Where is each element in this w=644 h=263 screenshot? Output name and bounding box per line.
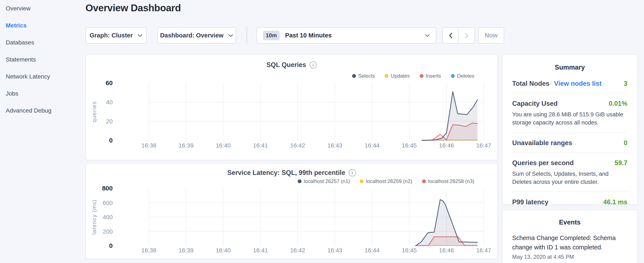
summary-row: P99 latency46.1 ms — [512, 191, 628, 211]
svg-text:800: 800 — [102, 185, 113, 192]
svg-text:16:40: 16:40 — [216, 142, 231, 149]
summary-row-line: Queries per second59.7 — [512, 159, 628, 167]
svg-text:16:38: 16:38 — [142, 247, 156, 254]
sidebar-item-jobs[interactable]: Jobs — [0, 85, 85, 102]
summary-row-label: P99 latency — [512, 198, 548, 206]
events-panel: Events Schema Change Completed: Schema c… — [502, 210, 638, 263]
summary-row: Unavailable ranges0 — [512, 132, 628, 152]
svg-text:16:43: 16:43 — [328, 247, 342, 254]
svg-text:16:46: 16:46 — [439, 247, 454, 254]
svg-text:16:42: 16:42 — [290, 247, 305, 254]
summary-row: Queries per second59.7Sum of Selects, Up… — [512, 152, 628, 192]
graph-dropdown[interactable]: Graph: Cluster — [86, 27, 147, 44]
sidebar-item-databases[interactable]: Databases — [0, 34, 85, 51]
svg-text:16:43: 16:43 — [328, 142, 342, 149]
sql-queries-chart: 16:3816:3916:4016:4116:4216:4316:4416:45… — [86, 55, 497, 160]
svg-text:16:41: 16:41 — [253, 247, 268, 254]
summary-row-line: Capacity Used0.01% — [512, 100, 628, 107]
svg-text:0: 0 — [109, 137, 113, 144]
chevron-left-icon — [448, 32, 454, 39]
time-range-label: Past 10 Minutes — [285, 32, 332, 39]
summary-row-value: 0 — [624, 139, 628, 147]
svg-text:200: 200 — [103, 228, 113, 235]
svg-text:16:47: 16:47 — [476, 247, 491, 254]
time-prev-button[interactable] — [443, 28, 458, 43]
svg-text:16:39: 16:39 — [178, 142, 194, 149]
svg-text:16:41: 16:41 — [253, 142, 268, 149]
svg-text:0: 0 — [109, 242, 113, 249]
chevron-down-icon — [138, 34, 143, 37]
svg-text:queries: queries — [91, 101, 98, 122]
svg-text:16:42: 16:42 — [290, 142, 305, 149]
svg-text:600: 600 — [103, 200, 113, 206]
summary-row-description: You are using 28.6 MiB of 515.9 GiB usab… — [512, 110, 628, 127]
time-next-button[interactable] — [458, 28, 474, 43]
sidebar-nav: OverviewMetricsDatabasesStatementsNetwor… — [0, 0, 85, 119]
event-text: Schema Change Completed: Schema change w… — [512, 233, 628, 252]
events-list: Schema Change Completed: Schema change w… — [512, 233, 628, 260]
summary-row-value: 3 — [624, 80, 628, 87]
svg-text:16:46: 16:46 — [439, 142, 454, 149]
time-range-badge: 10m — [263, 31, 280, 40]
svg-text:16:47: 16:47 — [476, 142, 491, 149]
graph-dropdown-label: Graph: Cluster — [90, 32, 133, 39]
sidebar-item-advanced-debug[interactable]: Advanced Debug — [0, 102, 85, 119]
sql-queries-panel: SQL Queries i SelectsUpdatesInsertsDelet… — [86, 54, 498, 160]
summary-row-line: Total NodesView nodes list3 — [512, 80, 628, 87]
svg-text:40: 40 — [106, 99, 113, 106]
svg-text:60: 60 — [106, 79, 113, 86]
summary-row-line: P99 latency46.1 ms — [512, 198, 628, 206]
summary-row-value: 0.01% — [609, 100, 628, 107]
svg-text:16:39: 16:39 — [178, 247, 194, 254]
svg-text:16:44: 16:44 — [365, 142, 380, 149]
time-step-buttons — [442, 27, 475, 44]
summary-row: Total NodesView nodes list3 — [512, 73, 628, 93]
summary-row-label: Capacity Used — [512, 100, 558, 107]
svg-text:16:45: 16:45 — [402, 247, 417, 254]
summary-row-line: Unavailable ranges0 — [512, 139, 628, 147]
summary-row-value: 46.1 ms — [603, 198, 628, 206]
summary-row-value: 59.7 — [615, 159, 628, 167]
toolbar-divider — [247, 27, 247, 44]
sidebar: OverviewMetricsDatabasesStatementsNetwor… — [0, 0, 85, 263]
summary-row-label: Total Nodes — [512, 80, 550, 87]
svg-text:16:44: 16:44 — [365, 247, 380, 254]
svg-text:16:40: 16:40 — [216, 247, 231, 254]
summary-panel: Summary Total NodesView nodes list3Capac… — [502, 54, 638, 205]
summary-rows: Total NodesView nodes list3Capacity Used… — [512, 73, 628, 211]
chevron-down-icon — [228, 34, 233, 37]
sidebar-item-metrics[interactable]: Metrics — [0, 17, 85, 34]
svg-text:16:38: 16:38 — [142, 142, 156, 149]
summary-row: Capacity Used0.01%You are using 28.6 MiB… — [512, 93, 628, 132]
summary-row-label: Unavailable ranges — [512, 139, 572, 147]
summary-title: Summary — [512, 64, 628, 71]
svg-text:400: 400 — [103, 214, 113, 220]
events-title: Events — [512, 218, 628, 226]
now-button[interactable]: Now — [478, 27, 504, 44]
svg-text:latency (ms): latency (ms) — [91, 199, 98, 235]
svg-text:16:45: 16:45 — [402, 142, 417, 149]
page-title: Overview Dashboard — [86, 2, 181, 14]
chevron-down-icon — [425, 34, 430, 37]
chevron-right-icon — [464, 32, 470, 39]
sidebar-item-statements[interactable]: Statements — [0, 51, 85, 68]
event-timestamp: May 13, 2020 at 4:45 PM — [512, 254, 628, 260]
dashboard-dropdown[interactable]: Dashboard: Overview — [157, 27, 236, 44]
sidebar-item-overview[interactable]: Overview — [0, 0, 85, 17]
sidebar-item-network-latency[interactable]: Network Latency — [0, 68, 85, 85]
summary-row-description: Sum of Selects, Updates, Inserts, and De… — [512, 170, 628, 186]
svg-text:20: 20 — [106, 118, 113, 125]
dashboard-dropdown-label: Dashboard: Overview — [160, 32, 224, 39]
summary-row-label: Queries per second — [512, 159, 574, 167]
service-latency-chart: 16:3816:3916:4016:4116:4216:4316:4416:45… — [86, 163, 497, 258]
service-latency-panel: Service Latency: SQL, 99th percentile i … — [86, 163, 498, 259]
view-nodes-list-link[interactable]: View nodes list — [554, 80, 602, 87]
time-range-selector[interactable]: 10m Past 10 Minutes — [256, 27, 436, 44]
